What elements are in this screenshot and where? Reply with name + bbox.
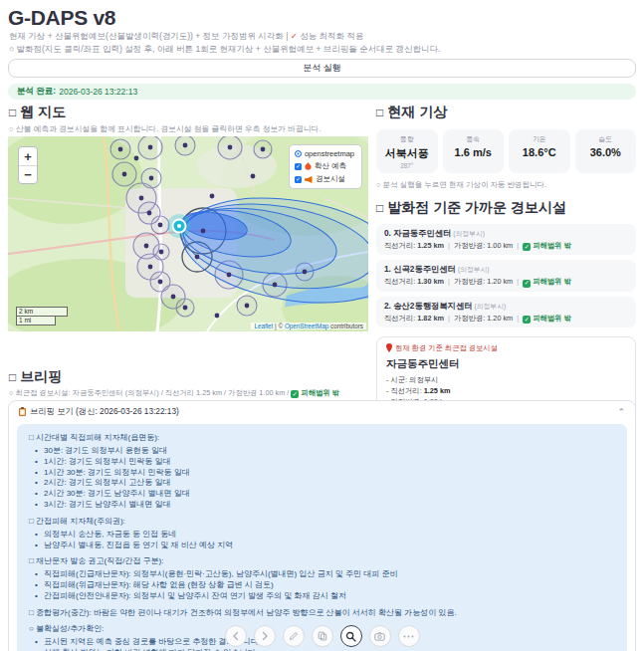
success-label: 분석 완료: xyxy=(17,86,56,98)
facility-region: (의정부시) xyxy=(458,266,490,273)
briefing-bullet: 직접피해(위급재난문자): 해당 사항 없음 (현장 상황 급변 시 검토) xyxy=(35,580,615,591)
metric-value: 서북서풍 xyxy=(379,146,435,161)
right-panel: □ 현재 기상 풍향 서북서풍 287° 풍속 1.6 m/s 기온 xyxy=(376,104,636,425)
facility-region: (의정부시) xyxy=(453,230,485,237)
edit-button[interactable] xyxy=(283,625,305,647)
briefing-bullet: 3시간: 경기도 남양주시 별내면 일대 xyxy=(35,500,615,511)
briefing-section-heading: □ 시간대별 직접피해 지자체(읍면동): xyxy=(29,432,615,443)
briefing-bullet: 2시간 30분: 경기도 남양주시 별내면 일대 xyxy=(35,489,615,500)
checkbox-icon: ✓ xyxy=(295,163,302,170)
briefing-expander-header[interactable]: 브리핑 보기 (갱신: 2026-03-26 13:22:13) ⌃ xyxy=(9,401,635,422)
megaphone-icon xyxy=(305,176,313,183)
briefing-bullet: 남양주시 별내동, 진접읍 등 연기 및 재 비산 예상 지역 xyxy=(35,541,615,551)
weather-section-title: □ 현재 기상 xyxy=(376,104,636,121)
metric-card: 풍속 1.6 m/s xyxy=(443,129,505,173)
facility-name: 2. 송산2동행정복지센터(의정부시) xyxy=(384,301,628,312)
copy-button[interactable] xyxy=(312,625,333,647)
weather-metrics: 풍향 서북서풍 287° 풍속 1.6 m/s 기온 18.6°C xyxy=(376,129,636,173)
instruction-line: ○ 발화점(지도 클릭/좌표 입력) 설정 후, 아래 버튼 1회로 현재기상 … xyxy=(9,44,440,56)
ignition-marker xyxy=(167,214,191,238)
briefing-expander-title: 브리핑 보기 (갱신: 2026-03-26 13:22:13) xyxy=(19,406,179,417)
zoom-in-button[interactable]: + xyxy=(19,147,37,165)
metric-value: 18.6°C xyxy=(512,146,567,158)
webmap-section-title: □ 웹 지도 xyxy=(9,104,66,121)
briefing-section: □ 간접피해 지자체(주의권): 의정부시 송산동, 자금동 등 인접 동네남양… xyxy=(29,516,615,551)
facility-distance-value: 1.30 km xyxy=(417,277,444,286)
pin-icon xyxy=(386,343,392,352)
briefing-bullet: 1시간 30분: 경기도 의정부시 민락동 일대 xyxy=(35,468,615,479)
osm-link[interactable]: OpenStreetMap xyxy=(285,323,328,329)
facility-card: 2. 송산2동행정복지센터(의정부시) 직선거리: 1.82 km | 가정반경… xyxy=(376,297,636,327)
layer-fire-spread[interactable]: ✓ 확산 예측 xyxy=(295,161,354,171)
leaflet-link[interactable]: Leaflet xyxy=(254,323,273,329)
map-attribution: Leaflet | © OpenStreetMap contributors xyxy=(251,323,366,329)
facility-card: 0. 자금동주민센터(의정부시) 직선거리: 1.25 km | 가정반경: 1… xyxy=(376,224,636,255)
back-button[interactable] xyxy=(225,625,247,647)
metric-label: 풍속 xyxy=(446,134,502,144)
search-button[interactable] xyxy=(340,625,362,647)
screenshot-button[interactable] xyxy=(369,625,391,647)
radio-icon xyxy=(295,150,302,157)
clipboard-icon xyxy=(19,407,26,416)
scale-mi: 1 mi xyxy=(16,317,56,326)
briefing-info-box: □ 시간대별 직접피해 지자체(읍면동): 30분: 경기도 의정부시 용현동 … xyxy=(17,424,627,651)
check-icon: ✓ xyxy=(291,390,299,398)
facility-card: 1. 신곡2동주민센터(의정부시) 직선거리: 1.30 km | 가정반경: … xyxy=(376,260,636,291)
facility-region: (의정부시) xyxy=(475,303,507,310)
metric-sub xyxy=(446,159,502,166)
nearest-header: 현재 환경 기준 최근접 경보시설 xyxy=(386,343,626,353)
facilities-section-title: □ 발화점 기준 가까운 경보시설 xyxy=(376,199,636,217)
briefing-section-heading: □ 간접피해 지자체(주의권): xyxy=(29,516,615,527)
briefing-bullet: 30분: 경기도 의정부시 용현동 일대 xyxy=(35,446,615,457)
briefing-bullet: 2시간: 경기도 의정부시 고산동 일대 xyxy=(35,478,615,489)
metric-card: 풍향 서북서풍 287° xyxy=(376,129,438,173)
briefing-bullet: 직접피해(긴급재난문자): 의정부시(용현·민락·고산동), 남양주시(별내면)… xyxy=(35,569,615,580)
checkbox-icon: ✓ xyxy=(295,176,302,183)
nearest-sigun: - 시군: 의정부시 xyxy=(386,374,626,385)
leaflet-map[interactable]: + − openstreetmap ✓ 확산 예측 ✓ 경보시설 2 km 1 … xyxy=(8,136,368,331)
map-section-icon: □ xyxy=(9,106,16,119)
overlay-toolbar xyxy=(0,625,644,647)
zoom-out-button[interactable]: − xyxy=(19,165,37,183)
metric-label: 풍향 xyxy=(379,134,435,144)
app-window: G-DAPS v8 현재 기상 + 산불위험예보(산불발생이력(경기도)) + … xyxy=(0,0,644,651)
metric-value: 36.0% xyxy=(578,146,634,158)
briefing-bullet: 1시간: 경기도 의정부시 민락동 일대 xyxy=(35,457,615,468)
briefing-bullet: 간접피해(안전안내문자): 의정부시 및 남양주시 잔여 연기 발생 주의 및 … xyxy=(35,591,615,602)
facility-distances: 직선거리: 1.82 km | 가정반경: 1.20 km | ✓피해범위 밖 xyxy=(384,314,628,324)
weather-section-icon: □ xyxy=(376,106,383,119)
briefing-section: □ 시간대별 직접피해 지자체(읍면동): 30분: 경기도 의정부시 용현동 … xyxy=(29,432,615,511)
scale-km: 2 km xyxy=(16,307,68,317)
webmap-caption: ○ 산불 예측과 경보시설을 함께 표시합니다. 경보시설 점을 클릭하면 우측… xyxy=(9,123,322,134)
forward-button[interactable] xyxy=(254,625,276,647)
briefing-section-title: □ 브리핑 xyxy=(9,368,62,386)
metric-label: 기온 xyxy=(512,134,567,144)
briefing-section-heading: □ 종합평가(중간): 바람은 약한 편이나 대기가 건조하여 의정부에서 남양… xyxy=(29,607,615,618)
facility-distance-value: 1.82 km xyxy=(417,314,444,323)
facility-distances: 직선거리: 1.30 km | 가정반경: 1.20 km | ✓피해범위 밖 xyxy=(384,277,628,287)
map-scale-bar: 2 km 1 mi xyxy=(16,307,68,326)
facility-badge: 피해범위 밖 xyxy=(533,241,571,250)
subtitle-line: 현재 기상 + 산불위험예보(산불발생이력(경기도)) + 정보 가정범위 시각… xyxy=(9,31,363,43)
facility-distances: 직선거리: 1.25 km | 가정반경: 1.00 km | ✓피해범위 밖 xyxy=(384,241,628,251)
metric-card: 습도 36.0% xyxy=(575,129,637,173)
flame-icon xyxy=(305,162,312,170)
facilities-section-icon: □ xyxy=(376,201,383,215)
run-analysis-button[interactable]: 분석 실행 xyxy=(8,59,636,78)
map-zoom-control: + − xyxy=(18,146,38,184)
check-icon: ✓ xyxy=(523,243,531,251)
facility-name: 1. 신곡2동주민센터(의정부시) xyxy=(384,264,628,275)
success-timestamp: 2026-03-26 13:22:13 xyxy=(59,87,137,97)
chevron-up-icon[interactable]: ⌃ xyxy=(617,407,625,417)
more-button[interactable] xyxy=(398,625,420,647)
facility-distance-value: 1.25 km xyxy=(417,241,444,250)
facility-badge: 피해범위 밖 xyxy=(533,277,571,286)
facility-name: 0. 자금동주민센터(의정부시) xyxy=(384,228,628,239)
briefing-bullet-list: 직접피해(긴급재난문자): 의정부시(용현·민락·고산동), 남양주시(별내면)… xyxy=(35,569,615,601)
layer-alert-facilities[interactable]: ✓ 경보시설 xyxy=(295,174,354,184)
metric-label: 습도 xyxy=(578,134,634,144)
layer-base-osm[interactable]: openstreetmap xyxy=(295,149,354,158)
briefing-bullet-list: 30분: 경기도 의정부시 용현동 일대1시간: 경기도 의정부시 민락동 일대… xyxy=(35,446,615,511)
metric-card: 기온 18.6°C xyxy=(509,129,570,173)
pencil-icon: ✓ xyxy=(291,31,298,41)
